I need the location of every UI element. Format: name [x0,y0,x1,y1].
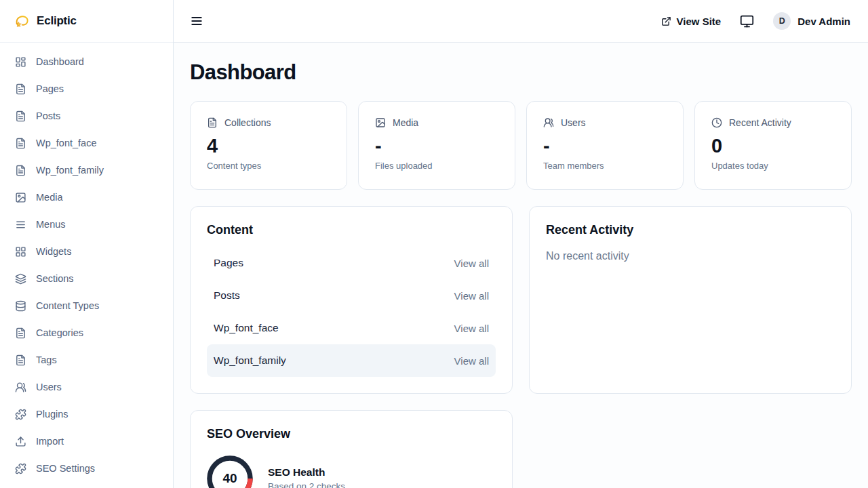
sidebar-item-sections[interactable]: Sections [0,265,173,292]
sidebar-item-label: SEO Settings [36,463,95,474]
sidebar-nav: DashboardPagesPostsWp_font_faceWp_font_f… [0,43,173,487]
sidebar-item-label: Tags [36,354,57,365]
sidebar-item-pages[interactable]: Pages [0,75,173,102]
sidebar-item-media[interactable]: Media [0,184,173,211]
sidebar-item-seo-settings[interactable]: SEO Settings [0,455,173,482]
hamburger-icon [190,14,203,28]
seo-health-summary: 40 SEO Health Based on 2 checks [207,455,496,488]
sidebar-item-label: Posts [36,110,60,121]
content-panel: Content PagesView allPostsView allWp_fon… [190,206,513,394]
stat-subtitle: Updates today [711,161,835,171]
sidebar-item-label: Wp_font_face [36,138,96,148]
seo-row: SEO Overview 40 SEO Health Based on 2 ch… [190,410,852,488]
activity-panel-title: Recent Activity [546,223,835,237]
sidebar-item-widgets[interactable]: Widgets [0,238,173,265]
stat-card-collections: Collections4Content types [190,101,347,190]
view-all-link[interactable]: View all [454,258,489,269]
sidebar-item-categories[interactable]: Categories [0,319,173,346]
users-icon [15,382,26,393]
sidebar-item-label: Menus [36,219,66,230]
clock-icon [711,117,722,128]
seo-health-label: SEO Health [268,466,345,479]
sidebar-item-dashboard[interactable]: Dashboard [0,48,173,75]
content-row-wp-font-face[interactable]: Wp_font_faceView all [207,312,496,344]
layout-grid-icon [15,246,26,258]
panels-row: Content PagesView allPostsView allWp_fon… [190,206,852,394]
sidebar-item-plugins[interactable]: Plugins [0,401,173,428]
sidebar-item-content-types[interactable]: Content Types [0,292,173,319]
sidebar-item-label: Pages [36,83,64,94]
menu-icon [15,219,26,230]
preview-mode-button[interactable] [740,14,754,28]
content-row-label: Wp_font_face [214,322,279,334]
stat-value: - [375,136,498,156]
sidebar-item-label: Wp_font_family [36,165,104,176]
sidebar-item-label: Categories [36,327,83,338]
sidebar: Ecliptic DashboardPagesPostsWp_font_face… [0,0,174,488]
sidebar-item-label: Sections [36,273,74,284]
content-row-label: Pages [214,257,243,269]
view-all-link[interactable]: View all [454,323,489,334]
seo-overview-panel: SEO Overview 40 SEO Health Based on 2 ch… [190,410,513,488]
database-icon [15,300,26,312]
main-area: View Site D Dev Admin Dashboard Collecti… [174,0,868,488]
file-text-icon [15,138,26,149]
sidebar-item-tags[interactable]: Tags [0,346,173,373]
sidebar-item-label: Widgets [36,246,71,257]
content-row-pages[interactable]: PagesView all [207,247,496,279]
stat-card-users: Users-Team members [526,101,684,190]
image-icon [15,192,26,203]
stat-card-header: Users [543,117,667,128]
layout-dashboard-icon [15,56,26,68]
stat-card-media: Media-Files uploaded [358,101,515,190]
sidebar-item-import[interactable]: Import [0,428,173,455]
layers-icon [15,273,26,285]
stat-value: 0 [711,136,835,156]
puzzle-icon [15,463,26,474]
view-site-button[interactable]: View Site [661,16,722,27]
user-name: Dev Admin [797,16,850,27]
stat-subtitle: Content types [207,161,330,171]
user-menu[interactable]: D Dev Admin [773,12,850,30]
puzzle-icon [15,409,26,420]
monitor-icon [740,14,754,28]
file-text-icon [15,110,26,122]
topbar: View Site D Dev Admin [174,0,868,43]
image-icon [375,117,386,128]
recent-activity-panel: Recent Activity No recent activity [529,206,852,394]
avatar: D [773,12,791,30]
sidebar-item-users[interactable]: Users [0,373,173,401]
sidebar-item-label: Media [36,192,63,203]
sidebar-item-label: Plugins [36,409,68,420]
content-row-wp-font-family[interactable]: Wp_font_familyView all [207,344,496,377]
stats-grid: Collections4Content typesMedia-Files upl… [190,101,852,190]
view-all-link[interactable]: View all [454,290,489,302]
topbar-actions: View Site D Dev Admin [661,12,850,30]
page-title: Dashboard [190,60,852,85]
sidebar-item-menus[interactable]: Menus [0,211,173,238]
view-site-label: View Site [677,16,722,27]
content-rows: PagesView allPostsView allWp_font_faceVi… [207,247,496,377]
sidebar-item-label: Import [36,436,64,447]
file-text-icon [15,354,26,366]
sidebar-item-label: Dashboard [36,56,84,67]
seo-score-gauge: 40 [207,455,253,488]
brand-name: Ecliptic [37,14,77,28]
sidebar-item-wp-font-family[interactable]: Wp_font_family [0,157,173,184]
stat-card-header: Recent Activity [711,117,835,128]
sidebar-item-posts[interactable]: Posts [0,102,173,129]
stat-card-header: Media [375,117,498,128]
content-row-posts[interactable]: PostsView all [207,279,496,312]
sidebar-item-wp-font-face[interactable]: Wp_font_face [0,129,173,157]
stat-subtitle: Team members [543,161,667,171]
content-panel-title: Content [207,223,496,237]
page-content: Dashboard Collections4Content typesMedia… [174,43,868,488]
view-all-link[interactable]: View all [454,355,489,367]
sidebar-toggle-button[interactable] [190,14,203,28]
external-link-icon [661,16,671,26]
sidebar-item-label: Content Types [36,300,99,311]
seo-score-value: 40 [207,455,253,488]
stat-value: - [543,136,667,156]
file-text-icon [15,327,26,339]
seo-health-text: SEO Health Based on 2 checks [268,466,345,488]
